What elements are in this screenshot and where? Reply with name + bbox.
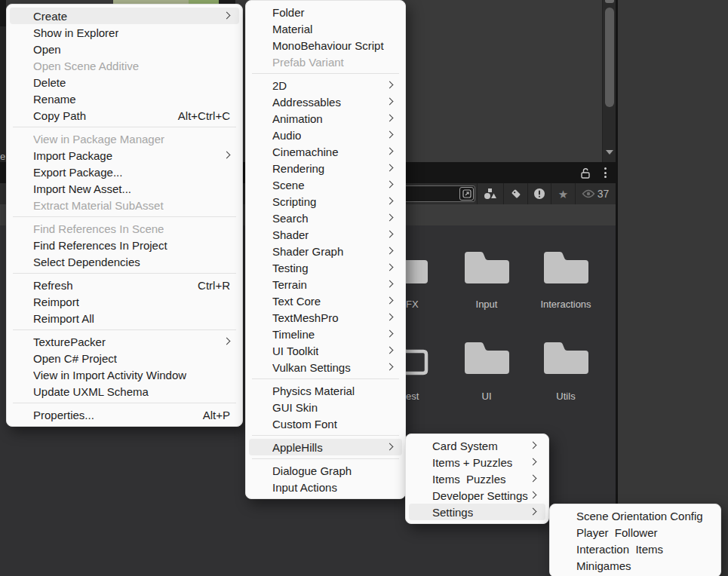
kebab-menu-icon: [604, 172, 607, 174]
menu-item-label: Physics Material: [272, 385, 355, 397]
scrollbar-thumb[interactable]: [605, 8, 614, 107]
menu-item-addressables[interactable]: Addressables: [249, 93, 402, 110]
submenu-chevron-icon: [223, 151, 231, 158]
menu-item-monobehaviour-script[interactable]: MonoBehaviour Script: [249, 37, 402, 54]
toolbar-button-group: ★ 37: [477, 183, 616, 204]
menu-item-show-in-explorer[interactable]: Show in Explorer: [10, 24, 239, 41]
unity-editor-screen: e e w: [0, 0, 728, 576]
menu-item-minigames[interactable]: Minigames: [553, 557, 717, 574]
menu-item-input-actions[interactable]: Input Actions: [249, 479, 402, 495]
menu-item-import-package[interactable]: Import Package: [10, 147, 239, 164]
menu-item-timeline[interactable]: Timeline: [249, 326, 402, 342]
menu-item-physics-material[interactable]: Physics Material: [249, 382, 402, 399]
vertical-scrollbar[interactable]: [602, 0, 616, 162]
menu-item-vulkan-settings[interactable]: Vulkan Settings: [249, 359, 402, 375]
folder-label: UI: [462, 391, 511, 402]
menu-item-find-references-in-project[interactable]: Find References In Project: [10, 237, 239, 253]
submenu-chevron-icon: [386, 130, 394, 138]
scrollbar-down-button[interactable]: [606, 150, 613, 155]
scrollbar-up-button[interactable]: [605, 0, 614, 3]
panel-menu-button[interactable]: [597, 166, 613, 179]
menu-item-refresh[interactable]: RefreshCtrl+R: [10, 277, 239, 293]
menu-item-label: Delete: [33, 76, 66, 89]
folder-input[interactable]: [462, 247, 511, 288]
menu-item-view-in-import-activity-window[interactable]: View in Import Activity Window: [10, 366, 239, 383]
menu-item-developer-settings[interactable]: Developer Settings: [409, 487, 545, 504]
menu-item-texturepacker[interactable]: TexturePacker: [10, 333, 239, 350]
menu-item-reimport-all[interactable]: Reimport All: [10, 310, 239, 326]
menu-item-testing[interactable]: Testing: [249, 259, 402, 276]
folder-utils[interactable]: [542, 338, 590, 378]
menu-item-material[interactable]: Material: [249, 20, 402, 37]
menu-item-player-follower[interactable]: Player Follower: [553, 524, 717, 541]
menu-item-select-dependencies[interactable]: Select Dependencies: [10, 253, 239, 270]
menu-item-open-c-project[interactable]: Open C# Project: [10, 350, 239, 366]
menu-item-label: Open C# Project: [33, 352, 117, 365]
menu-item-folder[interactable]: Folder: [249, 4, 402, 20]
open-search-window-button[interactable]: [459, 187, 474, 201]
menu-item-scripting[interactable]: Scripting: [249, 193, 402, 210]
panel-divider: [616, 0, 618, 576]
menu-item-create[interactable]: Create: [10, 8, 239, 24]
submenu-chevron-icon: [386, 213, 394, 221]
menu-item-label: TextMeshPro: [272, 311, 339, 324]
menu-item-audio[interactable]: Audio: [249, 127, 402, 143]
menu-item-label: Update UXML Schema: [33, 385, 149, 398]
submenu-chevron-icon: [386, 230, 394, 237]
menu-item-properties-[interactable]: Properties...Alt+P: [10, 406, 239, 423]
visibility-toggle-button[interactable]: 37: [575, 183, 615, 204]
menu-item-interaction-items[interactable]: Interaction Items: [553, 541, 717, 557]
menu-item-text-core[interactable]: Text Core: [249, 293, 402, 309]
menu-item-applehills[interactable]: AppleHills: [249, 439, 402, 455]
menu-item-label: Create: [33, 10, 67, 23]
menu-item-custom-font[interactable]: Custom Font: [249, 415, 402, 432]
menu-item-import-new-asset-[interactable]: Import New Asset...: [10, 180, 239, 197]
menu-item-shader[interactable]: Shader: [249, 226, 402, 243]
menu-item-animation[interactable]: Animation: [249, 110, 402, 127]
menu-item-gui-skin[interactable]: GUI Skin: [249, 399, 402, 415]
menu-item-export-package-[interactable]: Export Package...: [10, 164, 239, 180]
menu-item-items-puzzles[interactable]: Items + Puzzles: [409, 454, 545, 470]
menu-item-label: Developer Settings: [432, 489, 528, 502]
menu-item-items-puzzles[interactable]: Items Puzzles: [409, 470, 545, 487]
menu-item-label: Prefab Variant: [272, 56, 344, 69]
menu-item-2d[interactable]: 2D: [249, 77, 402, 93]
menu-item-card-system[interactable]: Card System: [409, 437, 545, 454]
menu-item-terrain[interactable]: Terrain: [249, 276, 402, 293]
menu-item-update-uxml-schema[interactable]: Update UXML Schema: [10, 383, 239, 400]
favorites-button[interactable]: ★: [551, 183, 575, 204]
menu-item-label: Rendering: [272, 162, 324, 175]
menu-item-copy-path[interactable]: Copy PathAlt+Ctrl+C: [10, 107, 239, 124]
menu-item-rename[interactable]: Rename: [10, 90, 239, 107]
menu-item-textmeshpro[interactable]: TextMeshPro: [249, 309, 402, 326]
menu-item-label: Timeline: [272, 328, 315, 341]
import-log-button[interactable]: [527, 183, 551, 204]
folder-interactions[interactable]: [542, 247, 590, 288]
search-by-label-button[interactable]: [503, 183, 527, 204]
menu-item-delete[interactable]: Delete: [10, 74, 239, 90]
shapes-filter-icon: [484, 188, 497, 200]
menu-item-label: Export Package...: [33, 166, 122, 179]
create-submenu: FolderMaterialMonoBehaviour ScriptPrefab…: [245, 0, 406, 499]
menu-item-scene[interactable]: Scene: [249, 176, 402, 193]
menu-item-ui-toolkit[interactable]: UI Toolkit: [249, 342, 402, 359]
menu-item-rendering[interactable]: Rendering: [249, 160, 402, 176]
submenu-chevron-icon: [530, 441, 537, 449]
lock-toggle-button[interactable]: [578, 166, 593, 179]
menu-item-settings[interactable]: Settings: [409, 504, 545, 520]
menu-item-open[interactable]: Open: [10, 41, 239, 57]
menu-item-scene-orientation-config[interactable]: Scene Orientation Config: [553, 507, 717, 524]
menu-separator: [252, 458, 399, 459]
search-by-type-button[interactable]: [477, 183, 503, 204]
menu-item-dialogue-graph[interactable]: Dialogue Graph: [249, 462, 402, 479]
menu-item-label: Import New Asset...: [33, 182, 131, 195]
menu-item-reimport[interactable]: Reimport: [10, 293, 239, 310]
submenu-chevron-icon: [386, 363, 394, 370]
folder-label: Utils: [542, 391, 590, 402]
menu-item-extract-material-subasset: Extract Material SubAsset: [10, 197, 239, 213]
menu-item-cinemachine[interactable]: Cinemachine: [249, 143, 402, 160]
submenu-chevron-icon: [386, 97, 394, 105]
menu-item-search[interactable]: Search: [249, 210, 402, 226]
folder-ui[interactable]: [462, 338, 511, 378]
menu-item-shader-graph[interactable]: Shader Graph: [249, 243, 402, 259]
